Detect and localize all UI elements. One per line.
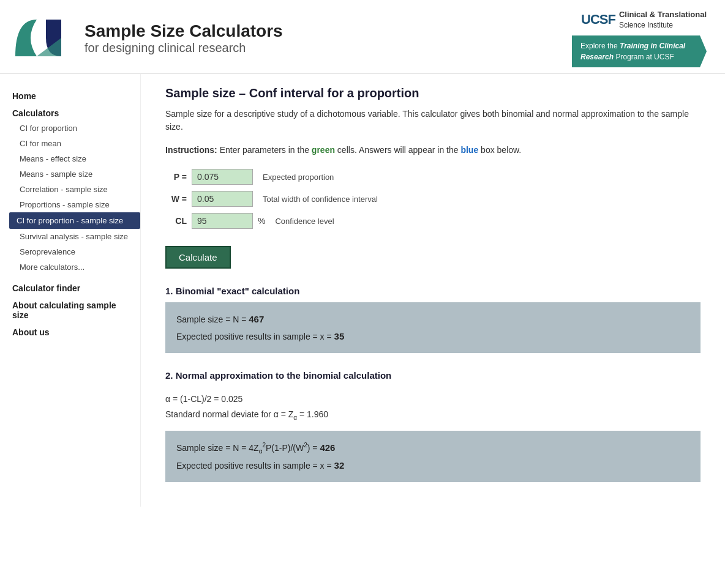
binomial-heading: 1. Binomial "exact" calculation: [165, 286, 701, 296]
sidebar-item-more[interactable]: More calculators...: [12, 259, 140, 275]
percent-sign: %: [258, 216, 265, 226]
binomial-result-box: Sample size = N = 467 Expected positive …: [165, 302, 701, 352]
cl-row: CL % Confidence level: [165, 213, 701, 229]
main-layout: Home Calculators CI for proportion CI fo…: [0, 74, 725, 507]
w-row: W = Total width of confidence interval: [165, 191, 701, 207]
formula-line1: α = (1-CL)/2 = 0.025: [165, 392, 701, 407]
cl-input[interactable]: [192, 213, 253, 229]
binomial-n-value: 467: [249, 314, 264, 324]
normal-x-line: Expected positive results in sample = x …: [176, 457, 689, 474]
w-desc: Total width of confidence interval: [263, 195, 378, 204]
p-label: P =: [165, 172, 187, 182]
content-area: Sample size – Conf interval for a propor…: [141, 74, 725, 507]
sidebar-about-sample-size[interactable]: About calculating sample size: [12, 296, 140, 322]
header: Sample Size Calculators for designing cl…: [0, 0, 725, 74]
binomial-result-section: 1. Binomial "exact" calculation Sample s…: [165, 286, 701, 352]
cl-label: CL: [165, 216, 187, 226]
sidebar-calculator-finder[interactable]: Calculator finder: [12, 278, 140, 296]
p-input[interactable]: [192, 169, 253, 185]
calculator-form: P = Expected proportion W = Total width …: [165, 169, 701, 229]
cl-desc: Confidence level: [275, 217, 334, 226]
w-label: W =: [165, 194, 187, 204]
training-banner[interactable]: Explore the Training in Clinical Researc…: [572, 35, 707, 67]
normal-result-section: 2. Normal approximation to the binomial …: [165, 370, 701, 482]
site-logo: [12, 13, 73, 62]
w-input[interactable]: [192, 191, 253, 207]
header-title: Sample Size Calculators for designing cl…: [85, 21, 283, 55]
sidebar: Home Calculators CI for proportion CI fo…: [0, 74, 141, 507]
page-description: Sample size for a descriptive study of a…: [165, 108, 701, 133]
sidebar-calculators-heading: Calculators: [12, 103, 140, 121]
sidebar-item-means-sample[interactable]: Means - sample size: [12, 166, 140, 182]
ucsf-text: UCSF: [581, 12, 615, 28]
normal-n-line: Sample size = N = 4Zα2P(1-P)/(W2) = 426: [176, 439, 689, 457]
main-subtitle: for designing clinical research: [85, 41, 283, 55]
sidebar-item-means-effect[interactable]: Means - effect size: [12, 151, 140, 166]
formula-line2: Standard normal deviate for α = Zα = 1.9…: [165, 407, 701, 423]
binomial-x-line: Expected positive results in sample = x …: [176, 328, 689, 344]
sidebar-item-survival[interactable]: Survival analysis - sample size: [12, 229, 140, 244]
p-row: P = Expected proportion: [165, 169, 701, 185]
sidebar-item-ci-mean[interactable]: CI for mean: [12, 136, 140, 151]
formula-section: α = (1-CL)/2 = 0.025 Standard normal dev…: [165, 392, 701, 423]
sidebar-item-correlation[interactable]: Correlation - sample size: [12, 182, 140, 197]
calculate-button[interactable]: Calculate: [165, 246, 231, 269]
ucsf-logo: UCSF Clinical & Translational Science In…: [581, 9, 707, 31]
binomial-n-line: Sample size = N = 467: [176, 311, 689, 327]
green-word: green: [312, 145, 335, 155]
instructions-text: Instructions: Enter parameters in the gr…: [165, 143, 701, 157]
sidebar-item-seroprevalence[interactable]: Seroprevalence: [12, 244, 140, 259]
normal-result-box: Sample size = N = 4Zα2P(1-P)/(W2) = 426 …: [165, 431, 701, 482]
blue-word: blue: [460, 145, 478, 155]
sidebar-about-us[interactable]: About us: [12, 322, 140, 340]
normal-heading: 2. Normal approximation to the binomial …: [165, 370, 701, 381]
sidebar-item-ci-proportion-sample[interactable]: CI for proportion - sample size: [9, 212, 140, 229]
sidebar-item-ci-proportion[interactable]: CI for proportion: [12, 121, 140, 136]
normal-n-value: 426: [320, 442, 335, 453]
normal-x-value: 32: [334, 460, 345, 471]
page-title: Sample size – Conf interval for a propor…: [165, 86, 701, 100]
header-right: UCSF Clinical & Translational Science In…: [572, 9, 707, 67]
header-left: Sample Size Calculators for designing cl…: [12, 13, 283, 62]
ucsf-institute: Clinical & Translational Science Institu…: [619, 9, 707, 31]
main-title: Sample Size Calculators: [85, 21, 283, 41]
sidebar-item-proportions[interactable]: Proportions - sample size: [12, 197, 140, 212]
sidebar-item-home[interactable]: Home: [12, 86, 140, 103]
p-desc: Expected proportion: [263, 173, 334, 182]
binomial-x-value: 35: [334, 331, 345, 341]
